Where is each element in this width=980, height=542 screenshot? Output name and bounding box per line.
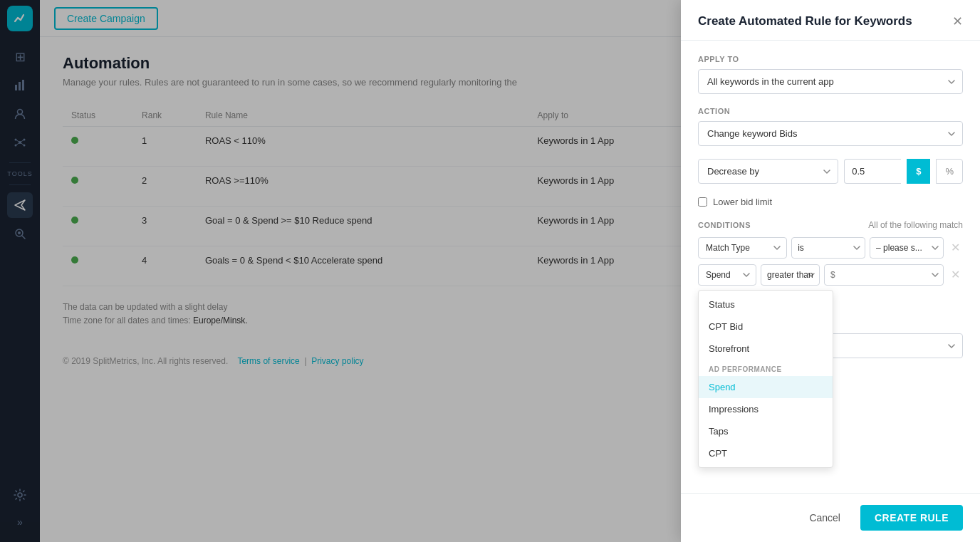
lower-bid-checkbox[interactable] xyxy=(698,197,707,207)
modal-header: Create Automated Rule for Keywords ✕ xyxy=(681,0,980,41)
condition-row-2: Spend greater than ✕ Status CPT Bid Stor… xyxy=(698,264,963,286)
condition-value-1[interactable]: – please s... xyxy=(870,237,944,259)
dollar-unit-button[interactable]: $ xyxy=(907,159,930,184)
dropdown-item-storefront[interactable]: Storefront xyxy=(699,338,833,360)
dropdown-section-ad-performance: AD PERFORMANCE xyxy=(699,360,833,376)
apply-to-field: APPLY TO All keywords in the current app xyxy=(698,55,963,94)
dropdown-item-cpt-bid[interactable]: CPT Bid xyxy=(699,316,833,338)
action-field: ACTION Change keyword Bids xyxy=(698,107,963,146)
apply-to-select[interactable]: All keywords in the current app xyxy=(698,69,963,94)
create-rule-button[interactable]: CREATE RULE xyxy=(860,505,963,531)
action-detail-row: Decrease by $ % xyxy=(698,159,963,184)
bid-value-input[interactable] xyxy=(844,159,901,184)
action-select[interactable]: Change keyword Bids xyxy=(698,121,963,146)
modal-title: Create Automated Rule for Keywords xyxy=(698,14,912,28)
condition-metric-2[interactable]: Spend xyxy=(698,264,756,286)
lower-bid-limit-row: Lower bid limit xyxy=(698,197,963,207)
condition-value-input-2[interactable] xyxy=(824,264,944,286)
modal-footer: Cancel CREATE RULE xyxy=(681,493,980,542)
condition-row-1: Match Type is – please s... ✕ xyxy=(698,237,963,259)
dropdown-item-impressions[interactable]: Impressions xyxy=(699,398,833,420)
create-rule-modal: Create Automated Rule for Keywords ✕ APP… xyxy=(681,0,980,542)
condition-metric-1[interactable]: Match Type xyxy=(698,237,787,259)
metric-dropdown: Status CPT Bid Storefront AD PERFORMANCE… xyxy=(698,290,833,468)
dropdown-item-spend[interactable]: Spend xyxy=(699,376,833,398)
decrease-by-select[interactable]: Decrease by xyxy=(698,159,838,184)
percent-unit-button[interactable]: % xyxy=(936,159,963,184)
conditions-header: CONDITIONS All of the following match xyxy=(698,220,963,230)
dropdown-item-taps[interactable]: Taps xyxy=(699,420,833,442)
dropdown-item-status[interactable]: Status xyxy=(699,293,833,316)
apply-to-label: APPLY TO xyxy=(698,55,963,63)
modal-close-button[interactable]: ✕ xyxy=(952,15,963,28)
modal-overlay: Create Automated Rule for Keywords ✕ APP… xyxy=(0,0,980,542)
lower-bid-label[interactable]: Lower bid limit xyxy=(713,197,772,207)
condition-operator-2[interactable]: greater than xyxy=(761,264,820,286)
modal-body: APPLY TO All keywords in the current app… xyxy=(681,41,980,493)
condition-remove-2[interactable]: ✕ xyxy=(948,268,963,282)
conditions-match-info: All of the following match xyxy=(868,220,963,230)
condition-operator-1[interactable]: is xyxy=(791,237,865,259)
action-detail-field: Decrease by $ % xyxy=(698,159,963,184)
dropdown-item-cpt[interactable]: CPT xyxy=(699,442,833,464)
condition-remove-1[interactable]: ✕ xyxy=(948,241,963,255)
cancel-button[interactable]: Cancel xyxy=(798,506,852,529)
action-label: ACTION xyxy=(698,107,963,115)
conditions-title: CONDITIONS xyxy=(698,221,751,229)
